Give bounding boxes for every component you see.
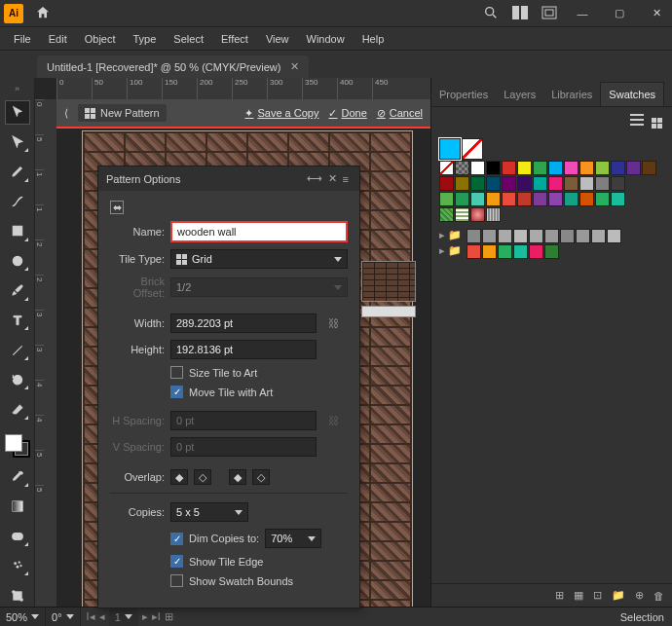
document-tab-close[interactable]: ✕ (290, 60, 299, 73)
swatch[interactable] (548, 176, 563, 191)
panel-menu-icon[interactable]: ≡ (340, 173, 352, 185)
swatch[interactable] (517, 176, 532, 191)
symbol-sprayer-tool[interactable] (6, 555, 29, 577)
back-icon[interactable]: ⟨ (64, 107, 68, 120)
new-swatch-icon[interactable]: ⊕ (635, 589, 644, 602)
swatch[interactable] (576, 229, 590, 243)
prev-artboard-icon[interactable]: ◂ (99, 610, 105, 623)
dim-copies-checkbox[interactable]: ✓ (170, 533, 183, 545)
swatch[interactable] (548, 192, 563, 206)
swatch[interactable] (439, 192, 454, 206)
free-transform-tool[interactable] (6, 584, 29, 607)
swatch[interactable] (470, 176, 485, 191)
search-icon[interactable] (483, 5, 499, 22)
swatch[interactable] (486, 176, 501, 191)
size-to-art-checkbox[interactable] (170, 366, 183, 379)
swatch-none[interactable] (462, 138, 483, 160)
rectangle-tool[interactable] (6, 220, 29, 242)
tile-edge-toggle-icon[interactable]: ⬌ (110, 201, 124, 214)
tab-swatches[interactable]: Swatches (600, 82, 664, 106)
folder-icon[interactable]: ▸ 📁 (439, 229, 462, 243)
swatch[interactable] (517, 192, 532, 206)
swatch-library-icon[interactable]: ⊞ (555, 589, 564, 602)
swatch-pattern[interactable] (470, 207, 485, 222)
swatch[interactable] (607, 229, 621, 243)
type-tool[interactable] (6, 310, 29, 332)
swatch[interactable] (455, 176, 469, 191)
swatch[interactable] (529, 244, 543, 259)
swatch[interactable] (595, 161, 610, 175)
menu-help[interactable]: Help (355, 30, 392, 48)
swatch-pattern[interactable] (439, 207, 454, 222)
overlap-left-front[interactable]: ◆ (170, 469, 188, 485)
direct-selection-tool[interactable] (6, 131, 29, 154)
swatch[interactable] (502, 192, 516, 206)
shape-builder-tool[interactable] (6, 525, 29, 547)
panel-close-icon[interactable]: ✕ (325, 172, 340, 185)
link-dimensions-icon[interactable]: ⛓ (328, 317, 339, 329)
swatch[interactable] (470, 192, 485, 206)
swatch[interactable] (439, 176, 454, 191)
show-edge-checkbox[interactable]: ✓ (170, 555, 183, 568)
swatch[interactable] (564, 192, 579, 206)
swatch[interactable] (533, 192, 547, 206)
swatch[interactable] (560, 229, 575, 243)
minimize-button[interactable]: — (571, 8, 594, 19)
overlap-right-front[interactable]: ◇ (194, 469, 211, 485)
swatch[interactable] (533, 176, 547, 191)
close-button[interactable]: ✕ (645, 7, 668, 19)
rotate-tool[interactable] (6, 369, 29, 391)
swatch-kind-icon[interactable]: ▦ (574, 589, 583, 602)
swatch[interactable] (579, 161, 594, 175)
move-with-art-checkbox[interactable]: ✓ (170, 386, 183, 398)
swatch[interactable] (544, 229, 559, 243)
swatch[interactable] (502, 161, 516, 175)
swatch[interactable] (513, 244, 528, 259)
swatch[interactable] (455, 192, 469, 206)
artboard-grid-icon[interactable]: ⊞ (165, 610, 173, 623)
swatch-pattern[interactable] (486, 207, 501, 222)
menu-edit[interactable]: Edit (41, 30, 75, 48)
new-group-icon[interactable]: 📁 (612, 589, 625, 602)
curvature-tool[interactable] (6, 191, 29, 213)
swatch[interactable] (642, 161, 656, 175)
swatch[interactable] (595, 176, 610, 191)
selection-tool[interactable] (6, 101, 29, 124)
show-bounds-checkbox[interactable] (170, 574, 183, 587)
swatch-grid-view-icon[interactable] (652, 113, 662, 129)
line-tool[interactable] (6, 339, 29, 361)
swatch[interactable] (482, 229, 497, 243)
swatch[interactable] (455, 161, 469, 175)
swatch[interactable] (439, 161, 454, 175)
tiletype-select[interactable]: Grid (170, 249, 348, 269)
swatch[interactable] (467, 229, 481, 243)
menu-window[interactable]: Window (299, 30, 353, 48)
swatch[interactable] (502, 176, 516, 191)
workspace-icon[interactable] (512, 6, 528, 21)
swatch[interactable] (548, 161, 563, 175)
overlap-bottom-front[interactable]: ◇ (252, 469, 270, 485)
swatch[interactable] (626, 161, 641, 175)
first-artboard-icon[interactable]: I◂ (87, 610, 95, 623)
tab-layers[interactable]: Layers (496, 83, 543, 106)
swatch[interactable] (467, 244, 481, 259)
swatch[interactable] (470, 161, 485, 175)
menu-effect[interactable]: Effect (213, 30, 256, 48)
menu-type[interactable]: Type (126, 30, 165, 48)
menu-select[interactable]: Select (166, 30, 211, 48)
cancel-link[interactable]: ⊘ Cancel (377, 107, 423, 120)
swatch[interactable] (595, 192, 610, 206)
zoom-select[interactable]: 50% (0, 608, 46, 627)
folder-icon[interactable]: ▸ 📁 (439, 244, 462, 259)
next-artboard-icon[interactable]: ▸ (142, 610, 148, 623)
artboard-number[interactable]: 1 (109, 608, 138, 627)
document-tab[interactable]: Untitled-1 [Recovered]* @ 50 % (CMYK/Pre… (37, 55, 309, 78)
panel-collapse-icon[interactable]: ⟷ (304, 172, 325, 185)
delete-swatch-icon[interactable]: 🗑 (653, 590, 664, 602)
artboard-nav[interactable]: I◂ ◂ 1 ▸ ▸I ⊞ (81, 608, 179, 627)
swatch[interactable] (498, 244, 512, 259)
eyedropper-tool[interactable] (6, 465, 29, 488)
swatch-pattern[interactable] (455, 207, 469, 222)
swatch[interactable] (611, 176, 625, 191)
paintbrush-tool[interactable] (6, 279, 29, 302)
